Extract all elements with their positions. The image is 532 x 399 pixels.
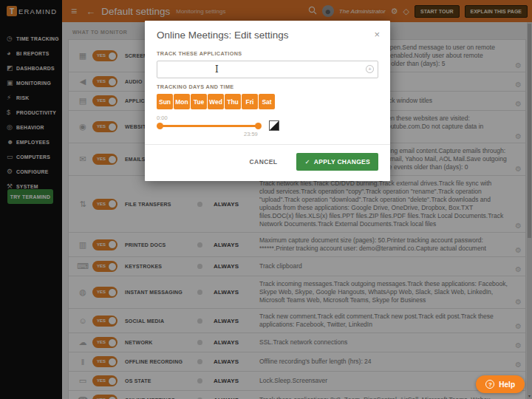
day-buttons: Sun Mon Tue Wed Thu Fri Sat: [157, 94, 378, 109]
modal-footer: CANCEL ✓ APPLY CHANGES: [145, 144, 390, 181]
modal-header: Online Meetings: Edit settings ×: [145, 21, 390, 45]
slider-handle-start[interactable]: [157, 123, 163, 129]
time-range-slider: 0:00 23:59: [157, 115, 378, 141]
help-button[interactable]: ? Help: [476, 375, 525, 393]
time-end-label: 23:59: [244, 131, 258, 137]
day-button[interactable]: Fri: [242, 94, 258, 109]
day-button[interactable]: Sun: [157, 94, 173, 109]
question-icon: ?: [485, 380, 494, 389]
edit-settings-modal: Online Meetings: Edit settings × TRACK T…: [145, 21, 390, 181]
invert-selection-icon[interactable]: [269, 120, 279, 131]
day-button[interactable]: Tue: [191, 94, 207, 109]
text-cursor: I: [215, 64, 219, 75]
track-applications-label: TRACK THESE APPLICATIONS: [157, 50, 378, 57]
close-icon[interactable]: ×: [374, 30, 380, 39]
applications-input[interactable]: I +: [157, 61, 378, 78]
help-label: Help: [499, 381, 515, 389]
tracking-days-label: TRACKING DAYS AND TIME: [157, 83, 378, 90]
slider-handle-end[interactable]: [255, 123, 262, 129]
time-start-label: 0:00: [157, 115, 168, 121]
day-button[interactable]: Thu: [225, 94, 241, 109]
check-icon: ✓: [304, 158, 310, 166]
day-button[interactable]: Mon: [174, 94, 190, 109]
cancel-button[interactable]: CANCEL: [250, 158, 278, 166]
slider-track[interactable]: [158, 125, 260, 127]
modal-body: TRACK THESE APPLICATIONS I + TRACKING DA…: [145, 50, 390, 141]
modal-title: Online Meetings: Edit settings: [157, 30, 289, 41]
day-button[interactable]: Wed: [208, 94, 224, 109]
apply-changes-button[interactable]: ✓ APPLY CHANGES: [296, 153, 378, 171]
day-button[interactable]: Sat: [259, 94, 275, 109]
add-icon[interactable]: +: [366, 65, 374, 73]
apply-changes-label: APPLY CHANGES: [314, 158, 370, 166]
